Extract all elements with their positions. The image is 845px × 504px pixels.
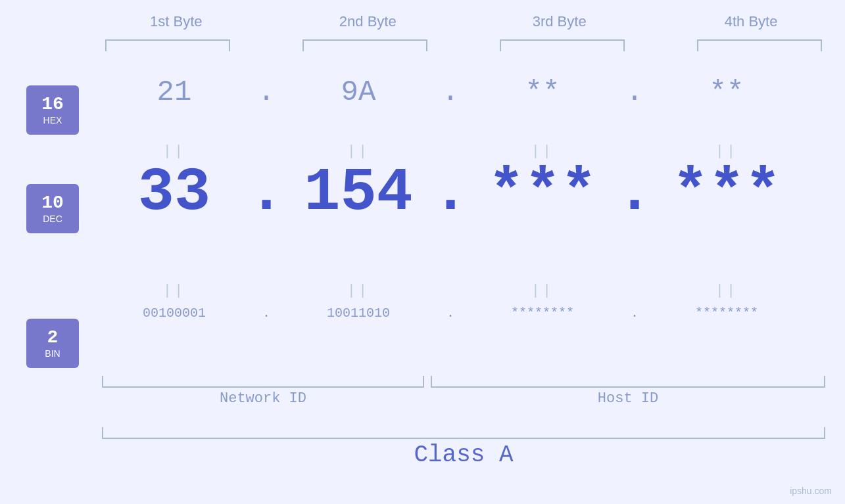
- bracket-top-4: [697, 39, 822, 51]
- bin-val-2: 10011010: [286, 306, 431, 321]
- bottom-brackets: [102, 376, 825, 388]
- hex-values-row: 21 . 9A . ** . **: [102, 76, 825, 108]
- dec-values-row: 33 . 154 . *** . ***: [102, 163, 825, 223]
- dec-val-1: 33: [102, 163, 247, 223]
- bin-badge: 2 BIN: [26, 309, 79, 378]
- dec-dot-2: .: [431, 163, 470, 223]
- hex-badge: 16 HEX: [26, 76, 79, 145]
- host-id-label: Host ID: [431, 390, 825, 407]
- class-bracket: [102, 427, 825, 439]
- bin-values-row: 00100001 . 10011010 . ******** . *******…: [102, 306, 825, 321]
- watermark: ipshu.com: [790, 486, 832, 496]
- bracket-top-2: [302, 39, 427, 51]
- sep1-row: || || || ||: [102, 143, 825, 160]
- id-labels: Network ID Host ID: [102, 390, 825, 407]
- hex-dot-3: .: [615, 76, 654, 108]
- hex-val-3: **: [470, 76, 615, 108]
- sep2-row: || || || ||: [102, 283, 825, 299]
- bin-dot-2: .: [431, 306, 470, 321]
- hex-dot-1: .: [247, 76, 286, 108]
- dec-dot-1: .: [247, 163, 286, 223]
- class-label: Class A: [102, 442, 825, 469]
- byte-header-1: 1st Byte: [104, 13, 249, 30]
- dec-val-2: 154: [286, 163, 431, 223]
- main-page: 1st Byte 2nd Byte 3rd Byte 4th Byte 16 H…: [0, 0, 845, 504]
- bin-val-1: 00100001: [102, 306, 247, 321]
- bracket-top-1: [105, 39, 230, 51]
- bin-dot-1: .: [247, 306, 286, 321]
- hex-dot-2: .: [431, 76, 470, 108]
- hex-val-4: **: [654, 76, 799, 108]
- dec-val-4: ***: [654, 163, 799, 223]
- hex-val-1: 21: [102, 76, 247, 108]
- network-id-label: Network ID: [102, 390, 424, 407]
- bracket-network: [102, 376, 424, 388]
- dec-val-3: ***: [470, 163, 615, 223]
- bracket-host: [431, 376, 825, 388]
- bin-dot-3: .: [615, 306, 654, 321]
- bin-val-4: ********: [654, 306, 799, 321]
- byte-header-3: 3rd Byte: [487, 13, 632, 30]
- bracket-top-3: [500, 39, 625, 51]
- dec-dot-3: .: [615, 163, 654, 223]
- hex-val-2: 9A: [286, 76, 431, 108]
- dec-badge: 10 DEC: [26, 174, 79, 243]
- byte-header-2: 2nd Byte: [295, 13, 440, 30]
- byte-header-4: 4th Byte: [679, 13, 823, 30]
- bin-val-3: ********: [470, 306, 615, 321]
